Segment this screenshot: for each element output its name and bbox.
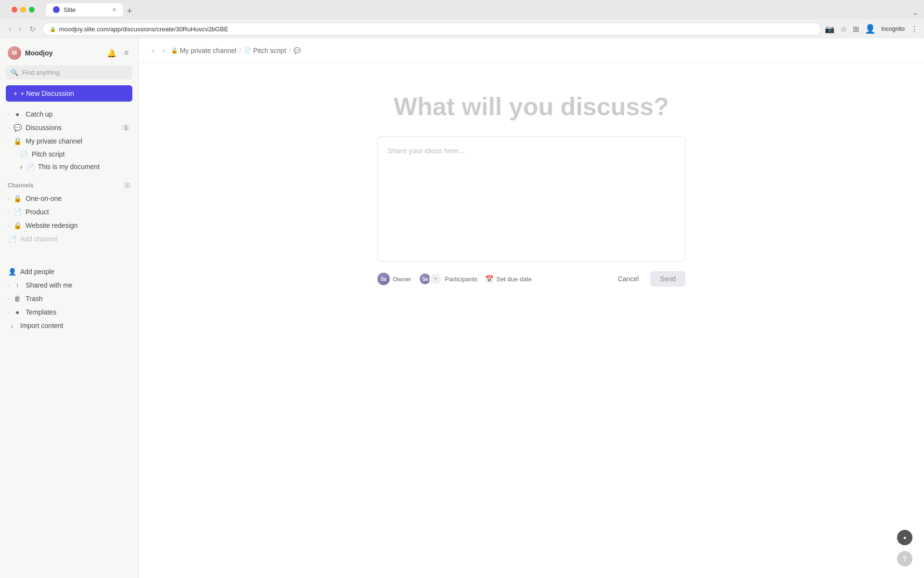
discussion-create-area: What will you discuss? Sa Owner Sa + bbox=[139, 63, 924, 578]
close-window-btn[interactable] bbox=[12, 7, 17, 13]
chevron-down-icon: › bbox=[6, 140, 11, 142]
private-channel-label: My private channel bbox=[26, 137, 82, 145]
back-btn[interactable]: ‹ bbox=[6, 23, 14, 36]
back-nav-btn[interactable]: ‹ bbox=[150, 44, 156, 57]
product-label: Product bbox=[26, 208, 49, 216]
send-btn[interactable]: Send bbox=[650, 271, 685, 287]
lock-icon: 🔒 bbox=[13, 195, 22, 202]
participants-section[interactable]: Sa + Participants bbox=[419, 273, 477, 285]
chevron-icon: › bbox=[8, 283, 9, 288]
tab-close-btn[interactable]: ✕ bbox=[112, 7, 116, 13]
profile-btn[interactable]: 👤 bbox=[865, 24, 875, 34]
upload-icon: ↑ bbox=[13, 281, 22, 289]
sidebar-item-import-content[interactable]: ↓ Import content bbox=[2, 319, 136, 332]
reload-btn[interactable]: ↻ bbox=[26, 23, 38, 36]
workspace-avatar: M bbox=[8, 46, 21, 60]
owner-label: Owner bbox=[393, 276, 411, 283]
discussion-card: Sa Owner Sa + Participants 📅 bbox=[377, 136, 685, 294]
maximize-window-btn[interactable] bbox=[29, 7, 35, 13]
search-bar[interactable]: 🔍 Find anything bbox=[6, 66, 132, 79]
sidebar-item-templates[interactable]: › ● Templates bbox=[2, 305, 136, 319]
add-people-label: Add people bbox=[20, 268, 54, 276]
sidebar-item-website-redesign[interactable]: › 🔒 Website redesign bbox=[2, 219, 136, 232]
sidebar-item-add-people[interactable]: 👤 Add people bbox=[2, 265, 136, 278]
due-date-section[interactable]: 📅 Set due date bbox=[485, 275, 532, 283]
notification-circle-btn[interactable]: ● bbox=[897, 530, 912, 545]
channels-section-header: Channels ⊞ bbox=[2, 173, 136, 192]
person-icon: 👤 bbox=[8, 268, 16, 276]
new-discussion-btn[interactable]: + + New Discussion bbox=[6, 85, 132, 102]
more-btn[interactable]: ⋮ bbox=[911, 25, 918, 34]
star-btn[interactable]: ☆ bbox=[840, 25, 847, 34]
browser-actions: 📷 ☆ ⊞ 👤 Incognito ⋮ bbox=[825, 24, 918, 34]
owner-section[interactable]: Sa Owner bbox=[377, 273, 411, 285]
nav-arrows: ‹ › ↻ bbox=[6, 23, 38, 36]
sidebar-header: M Moodjoy 🔔 ≡ bbox=[0, 39, 138, 64]
trash-icon: 🗑 bbox=[13, 295, 22, 302]
breadcrumb-private-channel[interactable]: 🔒 My private channel bbox=[171, 47, 237, 54]
notifications-btn[interactable]: 🔔 bbox=[105, 47, 118, 60]
chevron-icon: › bbox=[8, 196, 9, 201]
sidebar-item-discussions[interactable]: › 💬 Discussions 1 bbox=[2, 121, 136, 134]
sidebar-item-one-on-one[interactable]: › 🔒 One-on-one bbox=[2, 192, 136, 205]
discussion-textarea[interactable] bbox=[377, 136, 685, 262]
cancel-btn[interactable]: Cancel bbox=[610, 271, 647, 287]
document-icon: 📄 bbox=[26, 163, 34, 171]
lock-icon: 🔒 bbox=[50, 26, 56, 32]
participant-add-btn[interactable]: + bbox=[429, 273, 442, 285]
address-text: moodjoy.slite.com/app/discussions/create… bbox=[59, 26, 229, 33]
sidebar-item-shared-with-me[interactable]: › ↑ Shared with me bbox=[2, 278, 136, 292]
discussion-title-prompt: What will you discuss? bbox=[394, 92, 669, 121]
sidebar-btn[interactable]: ⊞ bbox=[853, 25, 859, 34]
website-redesign-label: Website redesign bbox=[26, 222, 77, 229]
menu-btn[interactable]: ≡ bbox=[122, 47, 130, 60]
chevron-icon: › bbox=[20, 163, 23, 171]
chevron-icon: › bbox=[8, 310, 9, 315]
breadcrumb-separator: / bbox=[239, 47, 241, 54]
discussions-icon: 💬 bbox=[13, 124, 22, 131]
sidebar-item-pitch-script[interactable]: 📄 Pitch script bbox=[2, 148, 136, 160]
lock-icon: 🔒 bbox=[13, 222, 22, 229]
breadcrumb: 🔒 My private channel / 📄 Pitch script / … bbox=[171, 47, 301, 54]
help-btn[interactable]: ? bbox=[897, 551, 912, 566]
sidebar-nav: › ● Catch up › 💬 Discussions 1 › 🔒 My pr… bbox=[0, 107, 138, 578]
forward-nav-btn[interactable]: › bbox=[160, 44, 167, 57]
trash-label: Trash bbox=[26, 295, 42, 302]
breadcrumb-pitch-script[interactable]: 📄 Pitch script bbox=[244, 47, 286, 54]
search-placeholder: Find anything bbox=[22, 69, 60, 76]
chevron-icon: › bbox=[8, 296, 9, 302]
sidebar: M Moodjoy 🔔 ≡ 🔍 Find anything + + New Di… bbox=[0, 39, 139, 578]
add-channel-label: Add channel bbox=[20, 235, 58, 243]
camera-btn[interactable]: 📷 bbox=[825, 25, 834, 34]
forward-btn[interactable]: › bbox=[16, 23, 24, 36]
discussion-footer: Sa Owner Sa + Participants 📅 bbox=[377, 263, 685, 294]
add-channel-section-btn[interactable]: ⊞ bbox=[124, 181, 130, 190]
document-icon: 📄 bbox=[244, 47, 251, 54]
my-document-label: This is my document bbox=[38, 163, 100, 171]
download-icon: ↓ bbox=[8, 322, 16, 329]
breadcrumb-discussion[interactable]: 💬 bbox=[294, 47, 301, 54]
sidebar-item-add-channel[interactable]: 📄 Add channel bbox=[2, 232, 136, 246]
templates-label: Templates bbox=[26, 308, 56, 316]
sidebar-header-actions: 🔔 ≡ bbox=[105, 47, 130, 60]
minimize-window-btn[interactable] bbox=[20, 7, 26, 13]
document-icon: 📄 bbox=[13, 208, 22, 216]
sidebar-item-trash[interactable]: › 🗑 Trash bbox=[2, 292, 136, 305]
workspace-name: Moodjoy bbox=[25, 49, 53, 57]
tab-list-btn[interactable]: ⌄ bbox=[912, 9, 918, 16]
tab-favicon bbox=[53, 6, 60, 13]
sidebar-item-my-document[interactable]: › 📄 This is my document bbox=[2, 160, 136, 173]
sidebar-item-catch-up[interactable]: › ● Catch up bbox=[2, 107, 136, 121]
window-controls bbox=[6, 7, 40, 13]
main-content: ‹ › 🔒 My private channel / 📄 Pitch scrip… bbox=[139, 39, 924, 578]
owner-avatar: Sa bbox=[377, 273, 390, 285]
catch-up-icon: ● bbox=[13, 110, 22, 118]
address-bar[interactable]: 🔒 moodjoy.slite.com/app/discussions/crea… bbox=[42, 23, 821, 36]
sidebar-item-product[interactable]: › 📄 Product bbox=[2, 205, 136, 219]
active-tab[interactable]: Slite ✕ bbox=[46, 3, 123, 16]
discussions-badge: 1 bbox=[122, 124, 130, 131]
document-icon: 📄 bbox=[8, 235, 16, 243]
new-tab-btn[interactable]: + bbox=[123, 6, 136, 16]
participant-avatars: Sa + bbox=[419, 273, 442, 285]
sidebar-item-private-channel[interactable]: › 🔒 My private channel bbox=[2, 134, 136, 148]
